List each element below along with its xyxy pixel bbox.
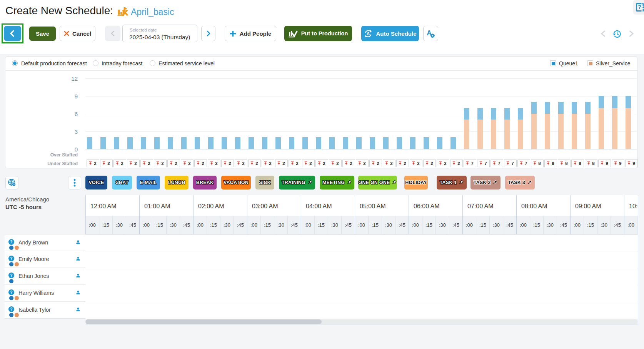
svg-text:?: ? (638, 3, 641, 10)
svg-text:?: ? (10, 256, 12, 261)
svg-text:A: A (367, 31, 370, 36)
svg-text:?: ? (10, 290, 12, 294)
svg-text:?: ? (10, 307, 12, 311)
svg-text:?: ? (10, 273, 12, 278)
svg-text:?: ? (10, 240, 12, 244)
